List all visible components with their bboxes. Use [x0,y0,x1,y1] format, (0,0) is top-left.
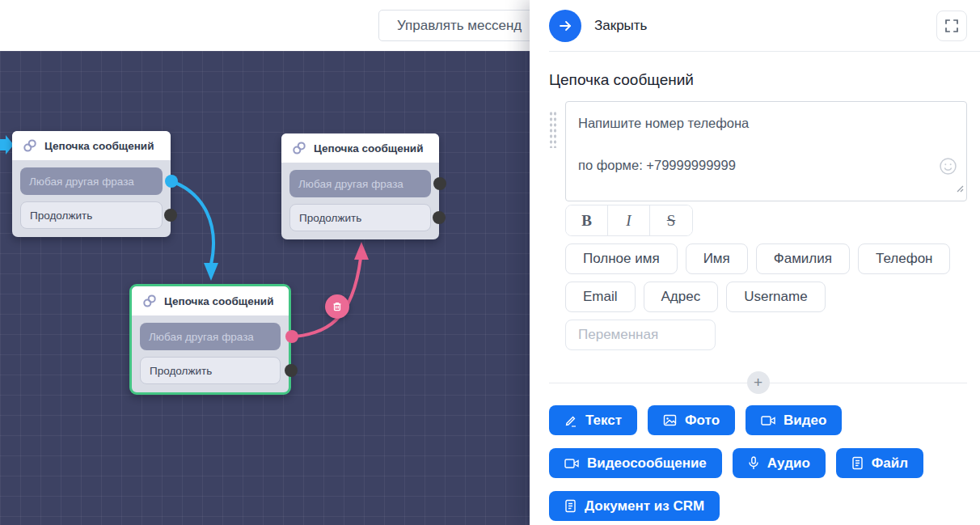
node-row-label: Продолжить [30,210,92,222]
node-message-chain-1[interactable]: Цепочка сообщений Любая другая фраза Про… [12,131,171,237]
node-row-label: Продолжить [299,212,361,224]
attach-label: Фото [685,413,720,429]
variable-last-name-button[interactable]: Фамилия [756,243,850,274]
edge-blue-arrow-icon [204,263,218,281]
emoji-picker-button[interactable] [939,157,957,181]
node-row-any-phrase[interactable]: Любая другая фраза [20,167,163,195]
node-row-any-phrase[interactable]: Любая другая фраза [140,323,281,350]
attach-label: Текст [585,413,622,429]
chain-link-icon [292,141,306,155]
node-row-continue[interactable]: Продолжить [20,201,163,229]
edge-pink-arrow-icon [354,242,369,260]
variable-first-name-button[interactable]: Имя [686,243,748,274]
document-icon [564,499,577,513]
microphone-icon [748,456,759,470]
node-row-continue[interactable]: Продолжить [140,357,281,384]
custom-variable-input[interactable] [565,320,716,350]
node-title: Цепочка сообщений [314,142,423,155]
node-row-label: Любая другая фраза [298,178,403,190]
edge-pink [289,258,361,337]
flow-canvas[interactable]: Цепочка сообщений Любая другая фраза Про… [0,51,530,525]
chain-link-icon [142,294,157,308]
add-message-button[interactable]: + [747,371,770,394]
bold-button[interactable]: B [566,205,608,235]
node-body: Любая другая фраза Продолжить [12,160,171,237]
attachment-buttons: Текст Фото Видео [549,405,967,521]
connector-dot[interactable] [164,209,177,222]
message-text-input[interactable]: Напишите номер телефона по форме: +79999… [565,101,967,201]
message-blank-line [578,133,934,155]
node-header[interactable]: Цепочка сообщений [132,286,289,315]
edge-blue [169,180,213,265]
file-icon [851,456,864,470]
variables-toolbar: Полное имя Имя Фамилия Телефон Email Адр… [565,243,967,350]
editor-panel: Закрыть Цепочка сообщений Напишите номер… [530,0,980,525]
resize-handle[interactable] [957,177,964,198]
variable-username-button[interactable]: Username [726,282,825,312]
italic-button[interactable]: I [608,205,650,235]
app-window: Цепочка сообщений Любая другая фраза Про… [0,0,980,525]
attach-photo-button[interactable]: Фото [648,405,735,435]
smiley-icon [939,157,957,176]
connector-dot[interactable] [285,330,298,343]
arrow-right-circle-icon [549,10,581,42]
attach-video-message-button[interactable]: Видеосообщение [549,448,722,478]
fullscreen-icon [944,19,959,33]
panel-title: Цепочка сообщений [549,71,967,89]
delete-edge-button[interactable] [325,294,349,319]
drag-handle[interactable] [549,101,565,350]
variable-email-button[interactable]: Email [565,282,636,312]
node-title: Цепочка сообщений [164,295,273,307]
attach-row-1: Текст Фото Видео [549,405,967,435]
connector-dot[interactable] [433,177,446,190]
attach-video-button[interactable]: Видео [746,405,842,435]
variable-phone-button[interactable]: Телефон [858,243,951,274]
node-header[interactable]: Цепочка сообщений [12,131,171,160]
node-row-continue[interactable]: Продолжить [289,204,431,231]
panel-content: Напишите номер телефона по форме: +79999… [530,101,980,521]
panel-header-divider [549,51,980,52]
attach-label: Аудио [767,455,810,472]
node-body: Любая другая фраза Продолжить [132,315,289,392]
message-line-2: по форме: +79999999999 [578,155,934,176]
video-camera-icon [564,458,579,469]
message-line-1: Напишите номер телефона [578,112,934,133]
resize-grip-icon [957,185,964,193]
attach-label: Видеосообщение [587,455,707,472]
attach-row-3: Документ из CRM [549,491,967,521]
chain-link-icon [23,138,37,153]
trash-icon [332,301,343,312]
node-message-chain-3-selected[interactable]: Цепочка сообщений Любая другая фраза Про… [129,284,291,395]
attach-label: Видео [784,413,826,429]
node-row-label: Любая другая фраза [29,176,134,188]
strikethrough-button[interactable]: S [650,205,692,235]
variable-address-button[interactable]: Адрес [644,282,719,312]
node-row-label: Любая другая фраза [149,331,254,343]
close-panel-button[interactable]: Закрыть [549,10,647,42]
node-message-chain-2[interactable]: Цепочка сообщений Любая другая фраза Про… [281,133,439,239]
variable-full-name-button[interactable]: Полное имя [565,243,678,274]
attach-label: Файл [872,455,908,472]
attach-crm-document-button[interactable]: Документ из CRM [549,491,720,521]
connector-dot[interactable] [433,211,446,224]
message-block: Напишите номер телефона по форме: +79999… [549,101,967,350]
video-camera-icon [761,415,775,426]
message-body: Напишите номер телефона по форме: +79999… [565,101,967,350]
connector-dot[interactable] [165,175,178,188]
pencil-icon [564,414,577,427]
attach-row-2: Видеосообщение Аудио [549,448,967,478]
attach-text-button[interactable]: Текст [549,405,637,435]
attach-file-button[interactable]: Файл [836,448,923,478]
node-header[interactable]: Цепочка сообщений [281,133,439,163]
format-toolbar: B I S [565,205,693,236]
node-row-any-phrase[interactable]: Любая другая фраза [289,170,431,197]
drag-grip-dots-icon [549,111,556,148]
node-title: Цепочка сообщений [44,140,154,152]
top-bar: Управлять мессенд [0,0,530,51]
close-label: Закрыть [594,18,647,34]
attach-audio-button[interactable]: Аудио [733,448,826,478]
photo-icon [663,413,677,427]
connector-dot[interactable] [285,364,298,377]
fullscreen-button[interactable] [936,11,967,41]
add-message-divider: + [549,371,967,394]
